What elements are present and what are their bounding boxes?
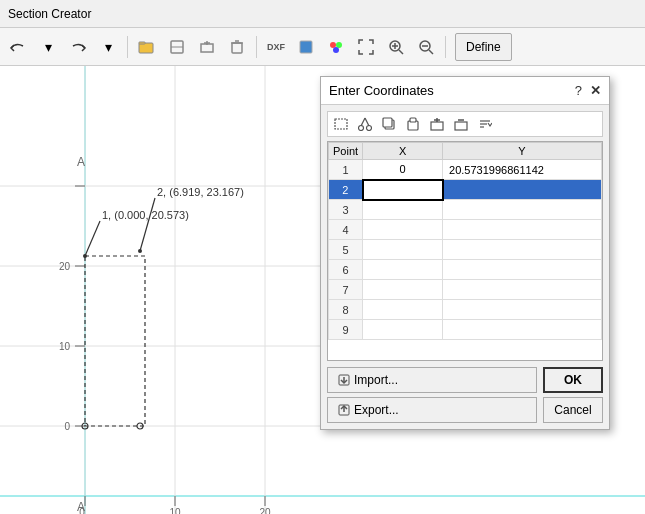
dxf-button[interactable]: DXF	[262, 33, 290, 61]
svg-rect-7	[232, 43, 242, 53]
export-button[interactable]: Export...	[327, 397, 537, 423]
svg-text:20: 20	[259, 507, 271, 514]
svg-rect-64	[431, 122, 443, 130]
cancel-button[interactable]: Cancel	[543, 397, 603, 423]
cell-y[interactable]	[443, 300, 602, 320]
cell-point: 3	[329, 200, 363, 220]
toolbar-sep-2	[256, 36, 257, 58]
cell-x[interactable]	[363, 240, 443, 260]
dialog-left-buttons: Import... Export...	[327, 367, 537, 423]
paste-btn[interactable]	[402, 114, 424, 134]
select-rect-btn[interactable]	[330, 114, 352, 134]
dialog-titlebar: Enter Coordinates ? ✕	[321, 77, 609, 105]
table-row[interactable]: 6	[329, 260, 602, 280]
cell-y[interactable]	[443, 180, 602, 200]
table-header-row: Point X Y	[329, 143, 602, 160]
svg-rect-61	[383, 118, 392, 127]
svg-point-48	[83, 254, 87, 258]
svg-text:2, (6.919, 23.167): 2, (6.919, 23.167)	[157, 186, 244, 198]
open-button[interactable]	[133, 33, 161, 61]
cell-y[interactable]: 20.5731996861142	[443, 160, 602, 180]
svg-rect-67	[455, 122, 467, 130]
svg-line-59	[365, 118, 369, 126]
insert-row-btn[interactable]	[426, 114, 448, 134]
fitall-button[interactable]	[352, 33, 380, 61]
dialog-toolbar	[327, 111, 603, 137]
coord-table-wrapper[interactable]: Point X Y 1020.573199686114223456789	[327, 141, 603, 361]
export-label: Export...	[354, 403, 399, 417]
section-button[interactable]	[163, 33, 191, 61]
x-input[interactable]	[368, 184, 438, 196]
dialog-controls: ? ✕	[575, 83, 601, 98]
cell-point: 2	[329, 180, 363, 200]
color-button[interactable]	[322, 33, 350, 61]
toolbar-sep-1	[127, 36, 128, 58]
cell-point: 9	[329, 320, 363, 340]
cell-x[interactable]	[363, 300, 443, 320]
coord-table: Point X Y 1020.573199686114223456789	[328, 142, 602, 340]
cell-x[interactable]	[363, 260, 443, 280]
svg-rect-1	[139, 42, 145, 44]
svg-point-56	[359, 126, 364, 131]
table-row[interactable]: 2	[329, 180, 602, 200]
table-row[interactable]: 1020.5731996861142	[329, 160, 602, 180]
cell-y[interactable]	[443, 260, 602, 280]
delete-button[interactable]	[223, 33, 251, 61]
svg-text:1, (0.000, 20.573): 1, (0.000, 20.573)	[102, 209, 189, 221]
zoom-in-button[interactable]	[382, 33, 410, 61]
cell-y[interactable]	[443, 320, 602, 340]
cell-point: 8	[329, 300, 363, 320]
svg-text:A: A	[77, 500, 85, 514]
svg-text:10: 10	[169, 507, 181, 514]
undo-button[interactable]	[4, 33, 32, 61]
table-row[interactable]: 5	[329, 240, 602, 260]
table-row[interactable]: 9	[329, 320, 602, 340]
cell-y[interactable]	[443, 200, 602, 220]
svg-point-13	[333, 47, 339, 53]
cell-x[interactable]	[363, 320, 443, 340]
define-button[interactable]: Define	[455, 33, 512, 61]
cell-x[interactable]	[363, 200, 443, 220]
col-header-point: Point	[329, 143, 363, 160]
import-label: Import...	[354, 373, 398, 387]
cell-point: 5	[329, 240, 363, 260]
sort-btn[interactable]	[474, 114, 496, 134]
table-row[interactable]: 8	[329, 300, 602, 320]
dialog-close-button[interactable]: ✕	[590, 83, 601, 98]
undo-dropdown-button[interactable]: ▾	[34, 33, 62, 61]
copy-btn[interactable]	[378, 114, 400, 134]
title-bar: Section Creator	[0, 0, 645, 28]
redo-dropdown-button[interactable]: ▾	[94, 33, 122, 61]
cell-point: 6	[329, 260, 363, 280]
table-row[interactable]: 3	[329, 200, 602, 220]
import-button[interactable]: Import...	[327, 367, 537, 393]
table-row[interactable]: 4	[329, 220, 602, 240]
enter-coordinates-dialog: Enter Coordinates ? ✕	[320, 76, 610, 430]
cell-x[interactable]: 0	[363, 160, 443, 180]
material-button[interactable]	[292, 33, 320, 61]
cell-point: 1	[329, 160, 363, 180]
ok-button[interactable]: OK	[543, 367, 603, 393]
svg-line-58	[361, 118, 365, 126]
svg-line-19	[429, 50, 433, 54]
redo-button[interactable]	[64, 33, 92, 61]
dialog-help-button[interactable]: ?	[575, 83, 582, 98]
zoom-out-button[interactable]	[412, 33, 440, 61]
dialog-bottom-buttons: Import... Export... OK Cancel	[327, 367, 603, 423]
cell-x[interactable]	[363, 280, 443, 300]
cell-y[interactable]	[443, 220, 602, 240]
col-header-x: X	[363, 143, 443, 160]
cell-x[interactable]	[363, 180, 443, 200]
col-header-y: Y	[443, 143, 602, 160]
cell-x[interactable]	[363, 220, 443, 240]
cut-btn[interactable]	[354, 114, 376, 134]
svg-rect-63	[410, 118, 416, 122]
dialog-title: Enter Coordinates	[329, 83, 434, 98]
svg-text:0: 0	[64, 421, 70, 432]
cell-y[interactable]	[443, 240, 602, 260]
cell-point: 4	[329, 220, 363, 240]
table-row[interactable]: 7	[329, 280, 602, 300]
add-section-button[interactable]	[193, 33, 221, 61]
cell-y[interactable]	[443, 280, 602, 300]
delete-row-btn[interactable]	[450, 114, 472, 134]
